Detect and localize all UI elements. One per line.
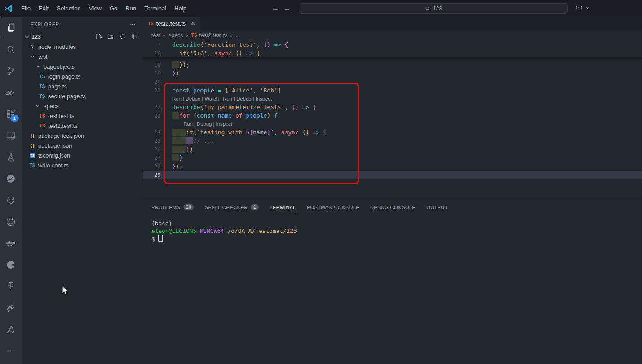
line-number: 7 <box>143 40 161 49</box>
activity-github-icon[interactable] <box>0 211 22 232</box>
menu-selection[interactable]: Selection <box>53 0 84 17</box>
line-number: 18 <box>143 61 161 69</box>
new-file-icon[interactable] <box>95 33 102 40</box>
line-number: 19 <box>143 69 161 78</box>
menu-file[interactable]: File <box>17 0 35 17</box>
close-tab-icon[interactable]: ✕ <box>190 20 195 27</box>
tree-item-pageobjects[interactable]: pageobjects <box>22 61 143 71</box>
tree-item-wdio-conf-ts[interactable]: TSwdio.conf.ts <box>22 160 143 170</box>
menu-run[interactable]: Run <box>121 0 140 17</box>
ts-file-icon: TS <box>39 92 46 100</box>
code-text: const people = ['Alice', 'Bob'] <box>161 86 281 95</box>
tab-test2-test-ts[interactable]: TS test2.test.ts ✕ <box>143 17 200 30</box>
back-arrow-icon[interactable]: ← <box>272 4 279 13</box>
activity-azure-icon[interactable] <box>0 319 22 340</box>
code-line-23: 23 for (const name of people) { <box>143 111 642 120</box>
tree-item-test[interactable]: test <box>22 52 143 61</box>
breadcrumb-item[interactable]: ... <box>236 32 240 39</box>
activity-explorer-icon[interactable] <box>0 17 22 39</box>
command-center-search[interactable]: 123 <box>299 3 568 14</box>
code-editor[interactable]: 7describe('Function test', () => {16 it(… <box>143 40 642 199</box>
chevron-down-icon <box>29 53 36 60</box>
activity-source-control-icon[interactable] <box>0 60 22 82</box>
new-folder-icon[interactable] <box>107 33 114 40</box>
breadcrumb-label: ... <box>236 32 240 39</box>
code-line-29: 29 <box>143 171 642 179</box>
tree-item-login-page-ts[interactable]: TSlogin.page.ts <box>22 71 143 81</box>
tree-item-label: test2.test.ts <box>48 123 77 129</box>
panel-tab-terminal[interactable]: TERMINAL <box>270 199 296 215</box>
tree-item-node-modules[interactable]: node_modules <box>22 42 143 52</box>
refresh-icon[interactable] <box>120 33 126 40</box>
code-text: }) <box>161 69 179 78</box>
codelens-actions[interactable]: Run | Debug | Watch | Run | Debug | Insp… <box>143 95 642 103</box>
terminal-output[interactable]: (base)eleon@LEGION5 MINGW64 /d/QA_A/Test… <box>143 215 642 243</box>
codelens-actions[interactable]: Run | Debug | Inspect <box>143 120 642 128</box>
tree-item-label: wdio.conf.ts <box>38 162 69 169</box>
project-root-label: 123 <box>31 34 41 40</box>
activity-extensions-icon[interactable]: 1 <box>0 103 22 125</box>
menu-edit[interactable]: Edit <box>35 0 53 17</box>
tree-item-label: pageobjects <box>44 63 75 70</box>
tree-item-test2-test-ts[interactable]: TStest2.test.ts <box>22 121 143 131</box>
panel-tab-debug-console[interactable]: DEBUG CONSOLE <box>370 199 416 215</box>
panel-tab-label: POSTMAN CONSOLE <box>307 205 359 210</box>
activity-run-and-debug-icon[interactable] <box>0 82 22 103</box>
activity-docker-icon[interactable] <box>0 232 22 254</box>
activity-share-arrow-icon[interactable] <box>0 297 22 319</box>
tree-item-label: test <box>38 53 48 60</box>
activity-search-icon[interactable] <box>0 39 22 60</box>
copilot-menu[interactable] <box>575 4 590 12</box>
nav-arrows: ← → <box>272 0 291 17</box>
explorer-more-icon[interactable]: ⋯ <box>129 20 137 28</box>
panel-tab-spell-checker[interactable]: SPELL CHECKER1 <box>204 199 258 215</box>
activity-testing-flask-icon[interactable] <box>0 146 22 168</box>
activity-figma-icon[interactable] <box>0 276 22 297</box>
panel-tab-label: SPELL CHECKER <box>204 205 248 210</box>
activity-more-icon[interactable] <box>0 340 22 362</box>
terminal-line: $ <box>151 235 642 243</box>
copilot-icon <box>575 4 583 12</box>
menu-terminal[interactable]: Terminal <box>140 0 170 17</box>
terminal-line: (base) <box>151 219 642 227</box>
code-text <box>161 171 172 179</box>
tree-item-secure-page-ts[interactable]: TSsecure.page.ts <box>22 91 143 101</box>
tree-item-page-ts[interactable]: TSpage.ts <box>22 81 143 91</box>
tree-item-tsconfig-json[interactable]: TStsconfig.json <box>22 150 143 160</box>
breadcrumb-label: test2.test.ts <box>199 32 227 39</box>
ts-file-icon: TS <box>39 122 46 129</box>
forward-arrow-icon[interactable]: → <box>283 4 291 13</box>
tree-item-label: specs <box>44 103 58 110</box>
code-line-20: 20 <box>143 78 642 86</box>
tree-item-test-test-ts[interactable]: TStest.test.ts <box>22 111 143 121</box>
tab-bar: TS test2.test.ts ✕ <box>143 17 642 30</box>
collapse-all-icon[interactable] <box>132 33 138 40</box>
line-number: 24 <box>143 128 161 136</box>
menu-go[interactable]: Go <box>106 0 121 17</box>
search-value: 123 <box>433 5 443 12</box>
code-line-24: 24 it(`testing with ${name}`, async () =… <box>143 128 642 136</box>
chevron-down-icon <box>34 63 41 70</box>
tree-item-package-json[interactable]: {}package.json <box>22 140 143 150</box>
activity-circle-notch-icon[interactable] <box>0 254 22 276</box>
activity-check-circle-icon[interactable] <box>0 168 22 189</box>
tree-item-specs[interactable]: specs <box>22 101 143 111</box>
panel-tab-postman-console[interactable]: POSTMAN CONSOLE <box>307 199 359 215</box>
project-root-folder[interactable]: 123 <box>22 31 143 42</box>
tree-item-label: package-lock.json <box>38 132 84 139</box>
tree-item-package-lock-json[interactable]: {}package-lock.json <box>22 131 143 140</box>
panel-tab-label: PROBLEMS <box>151 205 180 210</box>
menu-help[interactable]: Help <box>170 0 190 17</box>
breadcrumb-item[interactable]: specs <box>168 32 183 39</box>
tsconfig-file-icon: TS <box>29 152 36 159</box>
breadcrumb-item[interactable]: test <box>151 32 160 39</box>
menu-view[interactable]: View <box>85 0 106 17</box>
activity-gitlab-icon[interactable] <box>0 189 22 211</box>
panel-tab-output[interactable]: OUTPUT <box>426 199 448 215</box>
panel-tab-problems[interactable]: PROBLEMS20 <box>151 199 194 215</box>
explorer-sidebar: EXPLORER ⋯ 123 node_modulestestpageobjec… <box>22 17 143 364</box>
activity-remote-explorer-icon[interactable] <box>0 125 22 146</box>
panel-tab-badge: 20 <box>183 204 194 210</box>
tree-item-label: package.json <box>38 142 72 149</box>
breadcrumb-item[interactable]: TStest2.test.ts <box>191 32 228 39</box>
